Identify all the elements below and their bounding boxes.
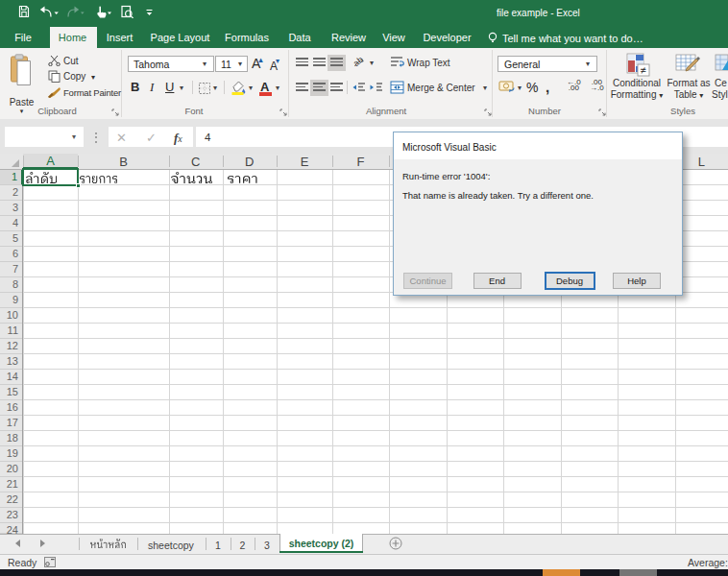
svg-text:≠: ≠ [641,64,646,76]
